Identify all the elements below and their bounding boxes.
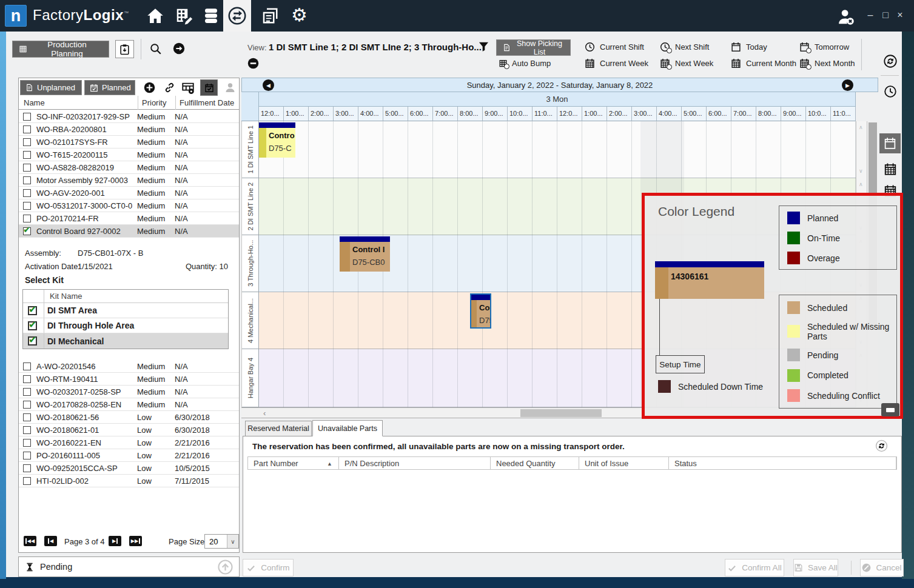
shortcut-next-shift[interactable]: Next Shift bbox=[660, 42, 731, 52]
table-row[interactable]: WO-09252015CCA-SPLow10/5/2015 bbox=[19, 462, 239, 475]
parts-column-part-number[interactable]: Part Number▲ bbox=[248, 457, 339, 469]
reports-pages-icon[interactable] bbox=[261, 7, 279, 25]
shortcut-today[interactable]: Today bbox=[731, 42, 799, 52]
table-row[interactable]: WO-20170828-0258-ENMediumN/A bbox=[19, 398, 239, 411]
shortcut-tomorrow[interactable]: Tomorrow bbox=[799, 42, 873, 52]
table-row[interactable]: WO-RTM-190411MediumN/A bbox=[19, 373, 239, 386]
scroll-left-icon[interactable]: ‹ bbox=[263, 409, 266, 418]
go-arrow-icon[interactable] bbox=[173, 42, 185, 55]
confirm-button[interactable]: Confirm bbox=[243, 559, 294, 576]
close-button[interactable]: × bbox=[893, 10, 907, 21]
next-page-button[interactable]: ▶ bbox=[109, 536, 121, 546]
kit-checkbox[interactable] bbox=[28, 321, 37, 330]
first-page-button[interactable]: ◀◀ bbox=[24, 536, 36, 546]
clipboard-button[interactable] bbox=[115, 40, 134, 58]
planning-grid-pencil-icon[interactable] bbox=[175, 7, 193, 25]
week-view-calendar-icon[interactable] bbox=[884, 162, 897, 178]
shortcut-next-month[interactable]: Next Month bbox=[799, 58, 873, 68]
kit-checkbox[interactable] bbox=[28, 306, 37, 315]
minimize-button[interactable]: – bbox=[864, 10, 877, 21]
kit-table-header[interactable]: Kit Name bbox=[23, 290, 228, 303]
table-row[interactable]: WO-02032017-0258-SPMediumN/A bbox=[19, 386, 239, 398]
production-planning-button[interactable]: Production Planning bbox=[12, 41, 109, 58]
home-icon[interactable] bbox=[146, 7, 164, 25]
table-row[interactable]: WO-20180621-56Low6/30/2018 bbox=[19, 411, 239, 424]
zoom-out-minus-icon[interactable] bbox=[247, 58, 259, 69]
row-checkbox[interactable] bbox=[23, 215, 31, 222]
table-row[interactable]: HTI-02LID-002Low7/11/2015 bbox=[19, 475, 239, 487]
page-size-select[interactable]: 20∨ bbox=[204, 534, 239, 549]
row-checkbox[interactable] bbox=[23, 362, 31, 370]
table-row[interactable]: PO-20160111-005Low2/21/2016 bbox=[19, 449, 239, 462]
sync-icon[interactable] bbox=[884, 55, 897, 70]
kit-row[interactable]: DI Through Hole Area bbox=[23, 318, 228, 333]
schedule-button-active[interactable] bbox=[200, 79, 218, 96]
row-checkbox[interactable] bbox=[23, 413, 31, 421]
table-row[interactable]: WO-021017SYS-FRMediumN/A bbox=[19, 136, 239, 149]
col-priority[interactable]: Priority bbox=[142, 98, 166, 107]
confirm-all-button[interactable]: Confirm All bbox=[725, 559, 784, 576]
gantt-bar[interactable]: ControD75-C bbox=[259, 122, 295, 158]
row-checkbox[interactable] bbox=[23, 164, 31, 172]
show-picking-list-button[interactable]: Show Picking List bbox=[496, 39, 571, 56]
tab-unplanned[interactable]: Unplanned bbox=[20, 80, 82, 95]
tab-reserved-material[interactable]: Reserved Material bbox=[245, 421, 312, 436]
table-settings-icon[interactable] bbox=[181, 81, 195, 95]
publish-up-icon[interactable] bbox=[218, 560, 233, 575]
next-week-icon[interactable]: ▶ bbox=[842, 79, 853, 91]
kit-checkbox[interactable] bbox=[28, 336, 37, 346]
shortcut-current-week[interactable]: Current Week bbox=[585, 58, 660, 68]
col-name[interactable]: Name bbox=[24, 98, 45, 107]
table-row[interactable]: WO-05312017-3000-CT0-01MediumN/A bbox=[19, 199, 239, 212]
col-fulfillment[interactable]: Fulfillment Date bbox=[180, 98, 234, 107]
parts-table-header[interactable]: Part Number▲P/N DescriptionNeeded Quanti… bbox=[247, 456, 897, 470]
save-all-button[interactable]: Save All bbox=[793, 559, 838, 576]
link-icon[interactable] bbox=[164, 82, 175, 93]
gantt-bar[interactable]: CorD75 bbox=[470, 293, 491, 329]
shortcut-next-week[interactable]: Next Week bbox=[660, 58, 731, 68]
search-icon[interactable] bbox=[149, 42, 162, 55]
row-checkbox[interactable] bbox=[23, 452, 31, 459]
chevron-up-icon[interactable]: ∧ bbox=[859, 181, 863, 187]
chevron-down-icon[interactable]: ∨ bbox=[859, 168, 863, 174]
table-row[interactable]: PO-20170214-FRMediumN/A bbox=[19, 212, 239, 225]
add-work-order-icon[interactable] bbox=[144, 82, 155, 93]
cancel-button[interactable]: Cancel bbox=[860, 559, 904, 576]
table-row[interactable]: WO-AS828-08282019MediumN/A bbox=[19, 161, 239, 174]
kit-name-column[interactable]: Kit Name bbox=[50, 292, 82, 301]
parts-column-needed-quantity[interactable]: Needed Quantity bbox=[491, 457, 579, 469]
scrollbar-thumb[interactable] bbox=[520, 409, 602, 417]
view-value[interactable]: 1 DI SMT Line 1; 2 DI SMT LIne 2; 3 Thro… bbox=[269, 42, 482, 52]
parts-column-status[interactable]: Status bbox=[669, 457, 896, 469]
tab-planned[interactable]: Planned bbox=[84, 80, 135, 95]
row-checkbox[interactable] bbox=[23, 189, 31, 197]
row-checkbox[interactable] bbox=[23, 138, 31, 146]
list-header[interactable]: Name Priority Fulfillment Date bbox=[19, 96, 239, 110]
table-row[interactable]: WO-T615-20200115MediumN/A bbox=[19, 149, 239, 161]
row-checkbox[interactable] bbox=[23, 401, 31, 409]
row-checkbox[interactable] bbox=[23, 439, 31, 447]
transfers-swap-icon[interactable] bbox=[228, 7, 246, 25]
last-page-button[interactable]: ▶▶ bbox=[129, 536, 142, 546]
settings-gear-icon[interactable]: ⚙ bbox=[291, 5, 307, 25]
row-checkbox[interactable] bbox=[23, 202, 31, 210]
row-checkbox[interactable] bbox=[23, 227, 31, 235]
row-checkbox[interactable] bbox=[23, 176, 31, 184]
row-checkbox[interactable] bbox=[23, 388, 31, 396]
hour-view-clock-icon[interactable] bbox=[884, 85, 897, 101]
table-row[interactable]: Control Board 927-0002MediumN/A bbox=[19, 225, 239, 238]
prev-page-button[interactable]: ◀ bbox=[44, 536, 57, 546]
kit-row[interactable]: DI Mechanical bbox=[23, 333, 228, 349]
parts-column-unit-of-issue[interactable]: Unit of Issue bbox=[579, 457, 669, 469]
row-checkbox[interactable] bbox=[23, 113, 31, 121]
row-checkbox[interactable] bbox=[23, 375, 31, 383]
row-checkbox[interactable] bbox=[23, 125, 31, 133]
kit-row[interactable]: DI SMT Area bbox=[23, 303, 228, 318]
legend-toggle-button[interactable] bbox=[881, 403, 899, 416]
row-checkbox[interactable] bbox=[23, 477, 31, 485]
row-checkbox[interactable] bbox=[23, 426, 31, 434]
table-row[interactable]: WO-RBA-20200801MediumN/A bbox=[19, 123, 239, 136]
auto-bump-button[interactable]: Auto Bump bbox=[499, 59, 551, 68]
day-view-button[interactable] bbox=[879, 133, 901, 153]
maximize-button[interactable]: □ bbox=[879, 10, 892, 21]
